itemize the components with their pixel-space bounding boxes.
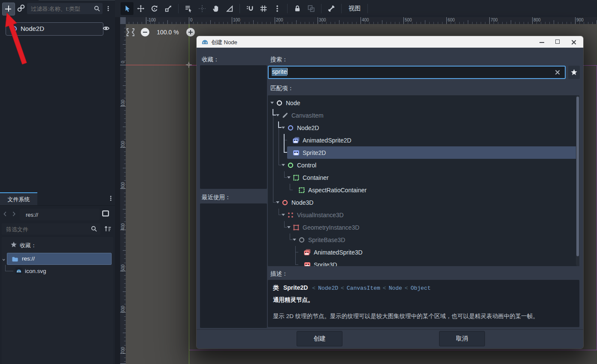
plus-icon: [8, 6, 9, 12]
fs-file-iconsvg[interactable]: icon.svg: [25, 268, 46, 274]
zoom-controls: 100.0 %: [126, 27, 195, 38]
tree-item-node2d[interactable]: Node2D: [268, 121, 579, 134]
cancel-button[interactable]: 取消: [439, 331, 485, 346]
select-tool-button[interactable]: [121, 2, 133, 15]
smart-snap-button[interactable]: [243, 2, 256, 15]
collapse-chevron-icon[interactable]: [287, 226, 292, 228]
ruler-tool-button[interactable]: [223, 2, 236, 15]
tree-guide: [282, 134, 287, 146]
tree-scrollbar[interactable]: [576, 95, 579, 266]
scene-menu-button[interactable]: [106, 5, 112, 12]
circle-icon: [298, 237, 305, 243]
tree-guide: [282, 171, 287, 184]
ruler-label: 700: [491, 18, 498, 22]
dialog-titlebar[interactable]: 创建 Node: [197, 36, 583, 48]
collapse-chevron-icon[interactable]: [270, 102, 276, 104]
collapse-chevron-icon[interactable]: [282, 164, 287, 166]
tree-guide: [282, 234, 287, 246]
list-select-tool-button[interactable]: [182, 2, 195, 15]
tree-guide: [276, 159, 282, 171]
collapse-chevron-icon[interactable]: [276, 114, 281, 116]
tree-item-node[interactable]: Node: [268, 97, 579, 109]
toolbar-separator: [321, 4, 321, 13]
lock-object-button[interactable]: [291, 2, 304, 15]
fs-split-mode-button[interactable]: [102, 209, 112, 220]
add-node-button[interactable]: [2, 3, 15, 15]
recent-list[interactable]: [200, 203, 267, 328]
search-input[interactable]: sprite: [268, 66, 566, 79]
ruler-label: 200: [276, 18, 283, 22]
fs-res-collapse[interactable]: [2, 257, 7, 261]
view-menu[interactable]: 视图: [344, 2, 365, 15]
origin-gizmo[interactable]: [185, 61, 192, 68]
tree-item-aspectratiocontainer[interactable]: AspectRatioContainer: [268, 184, 579, 196]
plus-icon: [190, 30, 191, 34]
collapse-chevron-icon[interactable]: [293, 239, 298, 241]
zoom-in-button[interactable]: [186, 28, 195, 36]
clear-search-button[interactable]: [554, 69, 561, 76]
tree-item-label: Container: [303, 174, 329, 181]
collapse-chevron-icon[interactable]: [282, 214, 287, 216]
snap-options-button[interactable]: [271, 2, 284, 15]
create-button[interactable]: 创建: [297, 331, 342, 346]
tree-guide: [276, 146, 282, 159]
eye-icon: [102, 26, 110, 33]
scrollbar-thumb[interactable]: [576, 97, 579, 256]
filesystem-menu-button[interactable]: [108, 194, 114, 202]
pan-tool-button[interactable]: [209, 2, 222, 15]
class-prefix: 类: [273, 284, 279, 291]
class-hierarchy-line: 类 Sprite2D <Node2D<CanvasItem<Node<Objec…: [273, 284, 430, 292]
tree-guide: [293, 258, 298, 266]
ancestor-class[interactable]: Node: [389, 285, 402, 291]
ancestor-class[interactable]: CanvasItem: [347, 285, 380, 291]
tree-item-animatedsprite3d[interactable]: AnimatedSprite3D: [268, 246, 579, 258]
collapse-chevron-icon[interactable]: [287, 176, 292, 179]
kebab-menu-icon: [106, 6, 112, 14]
minimize-button[interactable]: [535, 36, 549, 48]
fs-path-input[interactable]: [25, 210, 95, 219]
tree-guide: [282, 258, 287, 266]
favorites-list[interactable]: [200, 65, 267, 189]
center-view-icon[interactable]: [126, 28, 135, 36]
toggle-favorite-button[interactable]: [568, 66, 580, 79]
instance-scene-button[interactable]: [17, 4, 26, 13]
tree-item-container[interactable]: Container: [268, 171, 579, 184]
collapse-chevron-icon[interactable]: [276, 201, 281, 203]
fs-res-row[interactable]: res://: [7, 253, 112, 265]
tree-item-sprite3d[interactable]: Sprite3D: [268, 258, 579, 266]
fs-back-button[interactable]: [3, 210, 9, 218]
scene-tree-node2d-row[interactable]: Node2D: [6, 22, 103, 36]
fs-sort-button[interactable]: [104, 225, 112, 234]
scene-toolbar: [0, 0, 115, 17]
sprite-stack-icon: [304, 249, 311, 256]
scale-tool-button[interactable]: [162, 2, 175, 15]
chevron-right-icon: [11, 212, 17, 219]
fs-forward-button[interactable]: [11, 210, 18, 218]
matches-tree: NodeCanvasItemNode2DAnimatedSprite2DSpri…: [268, 95, 579, 266]
chain-separator: <: [312, 285, 315, 291]
godot-icon: [201, 38, 209, 46]
toolbar-tools: [121, 2, 344, 15]
tab-filesystem[interactable]: 文件系统: [0, 192, 37, 205]
close-button[interactable]: [567, 36, 581, 48]
maximize-button[interactable]: [551, 36, 565, 48]
skeleton-bone-button[interactable]: [325, 2, 338, 15]
scene-filter-input[interactable]: [30, 3, 92, 14]
tree-item-node3d[interactable]: Node3D: [268, 196, 579, 209]
fs-res-label: res://: [22, 255, 35, 262]
fs-filter-input[interactable]: [5, 224, 84, 234]
ancestor-class[interactable]: Object: [411, 285, 431, 291]
tree-item-control[interactable]: Control: [268, 159, 579, 171]
visibility-toggle[interactable]: [102, 25, 110, 32]
tree-item-sprite2d[interactable]: Sprite2D: [268, 146, 579, 159]
ancestor-class[interactable]: Node2D: [318, 285, 338, 291]
rotate-tool-button[interactable]: [148, 2, 161, 15]
circle-icon: [282, 199, 288, 206]
tree-item-animatedsprite2d[interactable]: AnimatedSprite2D: [268, 134, 579, 146]
collapse-chevron-icon[interactable]: [282, 127, 287, 129]
zoom-out-button[interactable]: [141, 28, 149, 36]
move-tool-button[interactable]: [134, 2, 147, 15]
grid-snap-button[interactable]: [257, 2, 270, 15]
zoom-level[interactable]: 100.0 %: [155, 29, 180, 36]
ruler-label: 500: [121, 260, 125, 277]
